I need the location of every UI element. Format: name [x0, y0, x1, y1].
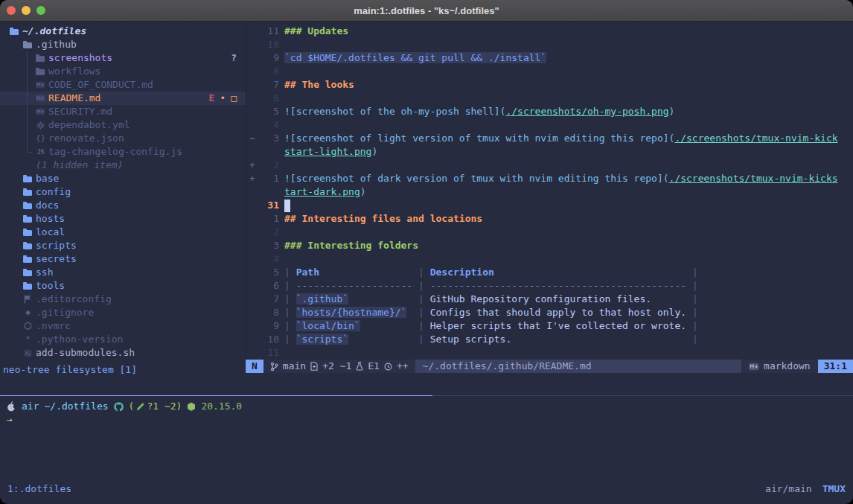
tree-item-docs[interactable]: docs: [0, 199, 246, 212]
shell-pane[interactable]: air ~/.dotfiles (?1 ~2) 20.15.0 →: [0, 396, 853, 427]
shell-prompt: air ~/.dotfiles (?1 ~2) 20.15.0: [0, 400, 853, 413]
editor-line[interactable]: 6: [246, 92, 853, 105]
editor-line[interactable]: 9`cd $HOME/.dotfiles && git pull && ./in…: [246, 51, 853, 65]
prompt-arrow[interactable]: →: [0, 413, 853, 427]
gear-icon: [36, 121, 45, 130]
editor-line[interactable]: 2: [246, 226, 853, 239]
tree-item-renovate-json[interactable]: {}renovate.json: [0, 132, 246, 145]
statusline: N main +2 ~1 E1 ++ ~/.dotfiles/.github/R…: [246, 360, 853, 373]
tree-item-config[interactable]: config: [0, 185, 246, 199]
tree-item-label: secrets: [36, 252, 77, 266]
editor-line[interactable]: +1![screenshot of dark version of tmux w…: [246, 172, 853, 185]
apple-icon: [7, 401, 16, 412]
editor-line[interactable]: 5![screenshot of the oh-my-posh shell](.…: [246, 105, 853, 118]
tree-item-dotfiles[interactable]: ~/.dotfiles: [0, 25, 246, 38]
indent-guide: [27, 65, 28, 78]
tree-item-label: workflows: [48, 65, 100, 78]
editor-buffer[interactable]: 11### Updates 10 9`cd $HOME/.dotfiles &&…: [246, 21, 853, 360]
sign-column: [246, 25, 260, 38]
editor-line[interactable]: 9| `local/bin` | Helper scripts that I'v…: [246, 319, 853, 333]
editor-line[interactable]: 11: [246, 346, 853, 360]
zoom-button[interactable]: [36, 6, 45, 15]
editor-line[interactable]: 4: [246, 118, 853, 132]
line-number: 9: [260, 319, 279, 333]
tree-item-label: docs: [36, 199, 59, 212]
token-pipe: |: [284, 267, 296, 278]
token-dash: ----------------------------------------…: [430, 280, 686, 291]
line-number: [260, 145, 279, 159]
cursor[interactable]: [284, 200, 290, 212]
editor-line[interactable]: 31: [246, 199, 853, 212]
tree-item-tag-changelog-config-js[interactable]: JStag-changelog-config.js: [0, 145, 246, 159]
tmux-session-label: air/main: [765, 482, 812, 496]
editor-line[interactable]: 6| -------------------- | --------------…: [246, 279, 853, 293]
tree-item-screenshots[interactable]: screenshots?: [0, 51, 246, 65]
tree-item-base[interactable]: base: [0, 172, 246, 185]
tree-item-security-md[interactable]: SECURITY.md: [0, 105, 246, 118]
tree-item-gitignore[interactable]: ◆.gitignore: [0, 306, 246, 319]
sign-column: [246, 199, 260, 212]
tree-item-editorconfig[interactable]: .editorconfig: [0, 293, 246, 306]
sign-column: [246, 279, 260, 293]
tree-item-label: tag-changelog-config.js: [48, 145, 182, 159]
tree-item-label: add-submodules.sh: [36, 346, 135, 360]
tree-item-nvmrc[interactable]: .nvmrc: [0, 319, 246, 333]
editor-line[interactable]: 8: [246, 65, 853, 78]
pencil-icon: [136, 403, 144, 411]
token-desc: Configs that should apply to that host o…: [430, 307, 686, 318]
folder-icon: [23, 242, 32, 250]
tree-item-1-hidden-item[interactable]: (1 hidden item): [0, 159, 246, 172]
editor-line[interactable]: 10| `scripts` | Setup scripts. |: [246, 333, 853, 346]
tree-item-label: ssh: [36, 266, 53, 279]
token-code: `.github`: [296, 293, 348, 304]
tree-item-tools[interactable]: tools: [0, 279, 246, 293]
close-button[interactable]: [7, 6, 16, 15]
tree-item-workflows[interactable]: workflows: [0, 65, 246, 78]
editor-line[interactable]: start-light.png): [246, 145, 853, 159]
star-icon: *: [23, 333, 33, 346]
editor-line[interactable]: 4: [246, 252, 853, 266]
token-pipe: |: [284, 320, 296, 331]
line-text: `cd $HOME/.dotfiles && git pull && ./ins…: [284, 51, 546, 65]
editor-line[interactable]: tart-dark.png): [246, 185, 853, 199]
tree-item-dependabot-yml[interactable]: dependabot.yml: [0, 118, 246, 132]
tree-item-ssh[interactable]: ssh: [0, 266, 246, 279]
editor-line[interactable]: +2: [246, 159, 853, 172]
line-text: ![screenshot of dark version of tmux wit…: [284, 172, 838, 185]
diagnostics-icon: [356, 362, 363, 371]
tree-item-hosts[interactable]: hosts: [0, 212, 246, 226]
line-number: 11: [260, 346, 279, 360]
tree-item-scripts[interactable]: scripts: [0, 239, 246, 252]
tree-item-label: screenshots: [48, 51, 112, 65]
editor-line[interactable]: 8| `hosts/{hostname}/` | Configs that sh…: [246, 306, 853, 319]
editor-line[interactable]: 7## The looks: [246, 78, 853, 92]
editor-line[interactable]: ~3![screenshot of light version of tmux …: [246, 132, 853, 145]
sign-column: [246, 38, 260, 51]
statusline-extra: ++: [397, 360, 409, 373]
tree-item-readme-md[interactable]: README.mdE•□: [0, 92, 246, 105]
js-icon: JS: [36, 145, 45, 159]
token-img: ): [371, 146, 377, 157]
editor-line[interactable]: 7| `.github` | GitHub Repository configu…: [246, 293, 853, 306]
tree-item-code-of-conduct-md[interactable]: CODE_OF_CONDUCT.md: [0, 78, 246, 92]
tree-item-label: scripts: [36, 239, 77, 252]
tree-item-python-version[interactable]: *.python-version: [0, 333, 246, 346]
editor-line[interactable]: 3### Interesting folders: [246, 239, 853, 252]
editor-line[interactable]: 5| Path | Description |: [246, 266, 853, 279]
tree-item-github[interactable]: .github: [0, 38, 246, 51]
tree-item-secrets[interactable]: secrets: [0, 252, 246, 266]
editor-line[interactable]: 1## Interesting files and locations: [246, 212, 853, 226]
tmux-window-label[interactable]: 1:.dotfiles: [7, 482, 71, 496]
line-text: ![screenshot of light version of tmux wi…: [284, 132, 838, 145]
minimize-button[interactable]: [22, 6, 31, 15]
flag-icon: [23, 295, 33, 304]
line-text: | `hosts/{hostname}/` | Configs that sho…: [284, 306, 698, 319]
sign-column: [246, 78, 260, 92]
editor-line[interactable]: 10: [246, 38, 853, 51]
token-th: Description: [430, 267, 494, 278]
sign-column: [246, 212, 260, 226]
editor-line[interactable]: 11### Updates: [246, 25, 853, 38]
token-link: ./screenshots/oh-my-posh.png: [505, 106, 668, 117]
tree-item-local[interactable]: local: [0, 226, 246, 239]
tree-item-add-submodules-sh[interactable]: add-submodules.sh: [0, 346, 246, 360]
